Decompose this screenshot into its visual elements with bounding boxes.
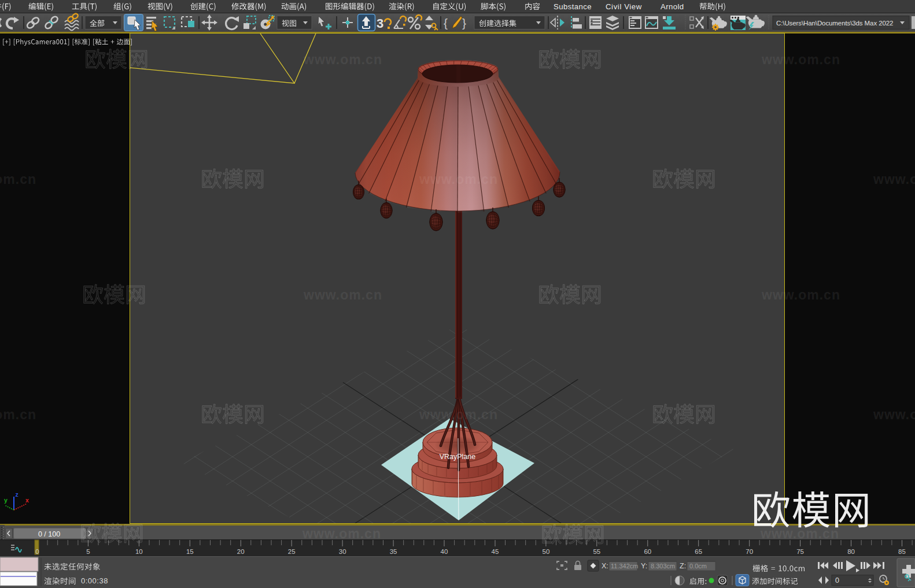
svg-text:15: 15: [186, 548, 194, 555]
svg-text:5: 5: [86, 548, 90, 555]
svg-text:www.om.cn: www.om.cn: [419, 407, 498, 422]
svg-text:60: 60: [644, 548, 651, 555]
svg-text:70: 70: [746, 548, 753, 555]
svg-text:www.om.cn: www.om.cn: [761, 52, 840, 67]
svg-text:www.om.cn: www.om.cn: [873, 172, 915, 187]
svg-text:www.om.cn: www.om.cn: [761, 287, 840, 302]
svg-text:0: 0: [835, 576, 839, 585]
svg-text:8.303cm: 8.303cm: [651, 563, 675, 569]
svg-text:www.om.cn: www.om.cn: [419, 172, 498, 187]
svg-text:{: {: [444, 16, 448, 29]
svg-text:40: 40: [441, 548, 448, 555]
svg-text:55: 55: [593, 548, 600, 555]
svg-text:50: 50: [543, 548, 550, 555]
svg-text:20: 20: [237, 548, 245, 555]
svg-text:65: 65: [695, 548, 702, 555]
svg-text:10: 10: [135, 548, 143, 555]
svg-text:y: y: [4, 497, 8, 504]
svg-text:Y:: Y:: [641, 562, 647, 570]
svg-text:0 / 100: 0 / 100: [38, 530, 60, 538]
svg-text:0: 0: [35, 548, 39, 555]
svg-text:80: 80: [847, 548, 855, 555]
svg-text:30: 30: [339, 548, 346, 555]
svg-text:z: z: [16, 491, 19, 498]
svg-text:www.om.cn: www.om.cn: [303, 52, 382, 67]
svg-text:75: 75: [796, 548, 804, 555]
svg-text:3: 3: [377, 16, 383, 31]
svg-text:0.0cm: 0.0cm: [689, 563, 707, 569]
svg-text:25: 25: [288, 548, 296, 555]
svg-text:Z:: Z:: [680, 562, 686, 570]
svg-text:Civil View: Civil View: [606, 2, 642, 11]
svg-text:www.om.cn: www.om.cn: [302, 526, 381, 541]
svg-text:www.om.cn: www.om.cn: [0, 407, 36, 422]
svg-text:35: 35: [390, 548, 397, 555]
svg-text:VRayPlane: VRayPlane: [440, 453, 476, 461]
svg-text:www.om.cn: www.om.cn: [0, 172, 36, 187]
svg-text:45: 45: [492, 548, 499, 555]
svg-text:X:: X:: [602, 562, 608, 570]
svg-text:85: 85: [898, 548, 906, 555]
svg-text:11.342cm: 11.342cm: [611, 563, 639, 569]
svg-text:0:00:38: 0:00:38: [81, 576, 108, 585]
svg-text:Substance: Substance: [554, 2, 592, 11]
svg-text:x: x: [25, 497, 29, 504]
svg-text:www.om.cn: www.om.cn: [873, 407, 915, 422]
svg-text:Arnold: Arnold: [661, 2, 684, 11]
svg-text:C:\Users\Han\Documents\3ds Max: C:\Users\Han\Documents\3ds Max 2022: [776, 20, 893, 27]
svg-text:www.om.cn: www.om.cn: [303, 287, 382, 302]
svg-text:www.om.cn: www.om.cn: [760, 526, 839, 541]
svg-text:}: }: [462, 16, 466, 29]
